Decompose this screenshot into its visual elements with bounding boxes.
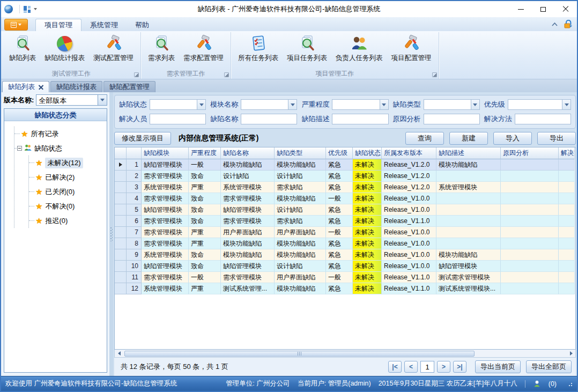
table-cell[interactable] [559,283,575,294]
table-cell[interactable]: 紧急 [326,216,353,227]
column-header[interactable]: 缺陷类型 [275,147,326,159]
dropdown-button[interactable] [471,100,479,109]
table-cell[interactable]: 缺陷管理模块 [142,261,189,272]
row-selector-cell[interactable] [115,182,127,193]
doc-tab-defect-report[interactable]: 缺陷统计报表 [50,81,102,92]
resolver-input[interactable] [150,114,206,124]
tree-item-defect-status[interactable]: 缺陷状态 [14,141,105,156]
table-cell[interactable]: 需求管理模块 [142,238,189,249]
tree-item-all-records[interactable]: ★ 所有记录 [14,127,105,141]
table-cell[interactable]: 紧急 [326,261,353,272]
dialog-launcher-icon[interactable] [432,72,437,77]
table-cell[interactable]: 系统管理模块 [436,182,501,193]
dropdown-button[interactable] [288,100,297,109]
first-page-button[interactable]: |< [388,361,402,373]
quick-access-grid-icon[interactable] [23,5,31,13]
close-tab-icon[interactable] [39,85,43,90]
table-cell[interactable]: 系统管理模块 [221,182,275,193]
table-cell[interactable]: 一般 [326,272,353,283]
cause-analysis-input[interactable] [424,114,480,124]
table-row[interactable]: 11需求管理模块一般需求管理模块用户界面缺陷一般未解决Release_V1.1.… [115,272,575,283]
table-cell[interactable] [501,159,559,171]
status-cell[interactable]: 未解决 [353,216,382,227]
version-select[interactable]: 全部版本 [36,94,107,106]
next-page-button[interactable]: > [437,361,450,373]
table-row[interactable]: 4需求管理模块致命需求管理模块模块功能缺陷一般未解决Release_V1.0.0 [115,193,575,204]
table-cell[interactable]: Release_V1.2.0 [382,182,436,193]
maximize-button[interactable] [532,1,554,17]
table-cell[interactable]: 缺陷管理模块 [221,204,275,216]
table-cell[interactable]: 一般 [189,159,221,171]
table-cell[interactable]: 系统管理模块 [142,249,189,261]
table-cell[interactable]: 模块功能缺陷 [221,249,275,261]
import-button[interactable]: 导入 [493,132,532,145]
table-cell[interactable]: 紧急 [326,238,353,249]
solution-input[interactable] [515,114,571,124]
status-cell[interactable]: 未解决 [353,261,382,272]
table-cell[interactable] [436,171,501,182]
project-config-button[interactable]: 项目配置管理 [388,33,435,63]
export-current-page-button[interactable]: 导出当前页 [475,360,521,373]
table-cell[interactable]: 需求管理模块 [142,193,189,204]
sidebar-splitter[interactable] [109,92,113,376]
row-selector-cell[interactable] [115,249,127,261]
table-cell[interactable]: Release_V1.0.0 [382,193,436,204]
dropdown-button[interactable] [98,95,107,105]
dialog-launcher-icon[interactable] [224,72,229,77]
table-cell[interactable] [559,159,575,171]
table-cell[interactable] [501,227,559,238]
table-cell[interactable]: 设计缺陷 [275,261,326,272]
table-cell[interactable]: 测试系统管理... [221,283,275,294]
defect-type-select[interactable] [424,99,480,110]
table-cell[interactable]: 模块功能缺陷 [436,249,501,261]
column-header[interactable]: 缺陷名称 [221,147,275,159]
table-cell[interactable]: 紧急 [326,283,353,294]
table-cell[interactable]: 严重 [189,182,221,193]
requirement-config-button[interactable]: 需求配置管理 [180,33,227,63]
table-cell[interactable]: 致命 [189,193,221,204]
table-row[interactable]: 2需求管理模块致命设计缺陷设计缺陷紧急未解决Release_V1.2.0 [115,171,575,182]
table-cell[interactable] [559,249,575,261]
row-selector-cell[interactable] [115,193,127,204]
export-all-pages-button[interactable]: 导出全部页 [526,360,572,373]
table-cell[interactable]: 缺陷管理模块 [142,204,189,216]
about-icon[interactable] [564,20,573,28]
table-cell[interactable]: 模块功能缺陷 [221,159,275,171]
column-header[interactable]: 缺陷描述 [436,147,501,159]
priority-select[interactable] [508,99,571,110]
table-cell[interactable]: Release_V1.1.0 [382,216,436,227]
severity-select[interactable] [332,99,388,110]
column-header[interactable]: 缺陷状态 [353,147,382,159]
ribbon-tab-project[interactable]: 项目管理 [35,19,81,31]
table-cell[interactable]: 一般 [326,227,353,238]
table-cell[interactable] [559,171,575,182]
table-row[interactable]: 9系统管理模块致命模块功能缺陷模块功能缺陷紧急未解决Release_V1.0.0… [115,249,575,261]
status-cell[interactable]: 未解决 [353,249,382,261]
row-selector-cell[interactable] [115,204,127,216]
row-selector-cell[interactable] [115,283,127,294]
status-cell[interactable]: 未解决 [353,283,382,294]
scroll-left-icon[interactable] [115,350,123,357]
table-cell[interactable]: 测试系统管理模块... [436,283,501,294]
defect-desc-input[interactable] [332,114,388,124]
table-cell[interactable]: 需求管理模块 [142,227,189,238]
table-row[interactable]: 5缺陷管理模块致命缺陷管理模块设计缺陷紧急未解决Release_V1.0.0 [115,204,575,216]
table-cell[interactable]: 一般 [326,193,353,204]
column-header[interactable]: 原因分析 [501,147,559,159]
table-cell[interactable]: 需求缺陷 [275,216,326,227]
status-cell[interactable]: 未解决 [353,159,382,171]
table-cell[interactable] [501,171,559,182]
table-cell[interactable]: 模块功能缺陷 [221,238,275,249]
table-row[interactable]: 8需求管理模块严重模块功能缺陷模块功能缺陷紧急未解决Release_V1.0.0 [115,238,575,249]
doc-tab-defect-list[interactable]: 缺陷列表 [2,81,49,92]
table-cell[interactable] [501,193,559,204]
column-header[interactable]: 优先级 [326,147,353,159]
table-cell[interactable] [501,182,559,193]
table-cell[interactable]: 设计缺陷 [221,171,275,182]
doc-tab-defect-config[interactable]: 缺陷配置管理 [103,81,155,92]
prev-page-button[interactable]: < [404,361,418,373]
row-selector-cell[interactable] [115,272,127,283]
status-cell[interactable]: 未解决 [353,182,382,193]
table-cell[interactable]: 用户界面缺陷 [221,227,275,238]
table-cell[interactable] [559,272,575,283]
